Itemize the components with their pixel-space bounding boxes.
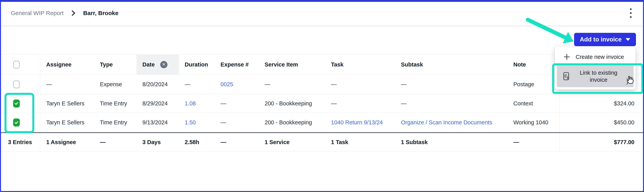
toolbar-band: Add to invoice [1,25,643,54]
header-assignee[interactable]: Assignee [40,54,94,74]
row-checkbox-checked[interactable] [13,119,20,127]
cell-type: Time Entry [94,94,136,113]
clear-date-filter-icon[interactable]: ✕ [160,61,168,68]
footer-duration: 2.58h [179,133,215,151]
header-date[interactable]: Date ✕ [136,54,179,74]
footer-subtask: 1 Subtask [395,133,508,151]
footer-task: 1 Task [325,133,395,151]
invoice-dollar-icon: $ [562,72,570,81]
cell-subtask: — [395,94,508,113]
cell-duration-link[interactable]: 1.50 [179,113,215,132]
svg-text:$: $ [567,76,568,80]
footer-type: — [94,133,136,151]
cell-service: 200 - Bookkeeping [259,94,325,113]
cell-task-link[interactable]: 1040 Return 9/13/24 [325,113,395,132]
menu-item-label: Link to existing invoice [570,69,634,83]
table-row[interactable]: Taryn E Sellers Time Entry 8/29/2024 1.0… [1,94,643,113]
add-to-invoice-dropdown: Create new invoice $ Link to existing in… [555,46,636,90]
header-note[interactable]: Note [508,54,560,74]
breadcrumb: General WIP Report Barr, Brooke [11,10,118,16]
cell-service: — [259,75,325,94]
cell-service: 200 - Bookkeeping [259,113,325,132]
header-duration[interactable]: Duration [179,54,215,74]
footer-note: — [508,133,560,151]
footer-assignee: 1 Assignee [40,133,94,151]
wip-table: Assignee Type Date ✕ Duration Expense # … [1,54,643,152]
add-to-invoice-button[interactable]: Add to invoice [574,33,636,46]
menu-item-link-to-existing-invoice[interactable]: $ Link to existing invoice [557,65,634,87]
breadcrumb-parent[interactable]: General WIP Report [11,10,64,16]
header-select-all [1,54,40,74]
header-service-item[interactable]: Service Item [259,54,325,74]
cell-date: 8/20/2024 [136,75,179,94]
header-subtask[interactable]: Subtask [395,54,508,74]
cell-task: — [325,94,395,113]
cell-subtask: — [395,75,508,94]
cell-duration-link[interactable]: 1.08 [179,94,215,113]
row-checkbox-checked[interactable] [13,100,20,108]
menu-item-label: Create new invoice [576,54,624,60]
header-expense[interactable]: Expense # [215,54,259,74]
cell-amount: $450.00 [560,113,643,132]
cell-expense: — [215,94,259,113]
cell-assignee: Taryn E Sellers [40,94,94,113]
cell-note: Context [508,94,560,113]
cell-task: — [325,75,395,94]
menu-item-create-new-invoice[interactable]: Create new invoice [557,48,634,65]
cell-type: Expense [94,75,136,94]
table-footer-row: 3 Entries 1 Assignee — 3 Days 2.58h — 1 … [1,132,643,152]
cell-note: Postage [508,75,560,94]
kebab-menu-icon[interactable] [629,7,633,19]
cell-date: 8/29/2024 [136,94,179,113]
select-all-checkbox[interactable] [13,61,20,69]
occluded-amount-fragment: ) [626,78,628,85]
add-to-invoice-label: Add to invoice [580,36,622,43]
footer-expense: — [215,133,259,151]
cell-subtask-link[interactable]: Organize / Scan Income Documents [395,113,508,132]
cell-expense-link[interactable]: 0025 [215,75,259,94]
row-checkbox[interactable] [13,80,20,88]
header-task[interactable]: Task [325,54,395,74]
cell-amount: $324.00 [560,94,643,113]
cell-assignee: — [40,75,94,94]
cell-note: Working 1040 [508,113,560,132]
header-type[interactable]: Type [94,54,136,74]
cell-date: 9/13/2024 [136,113,179,132]
table-header-row: Assignee Type Date ✕ Duration Expense # … [1,54,643,75]
caret-down-icon [626,38,630,41]
table-row[interactable]: Taryn E Sellers Time Entry 9/13/2024 1.5… [1,113,643,132]
breadcrumb-current: Barr, Brooke [83,10,118,16]
footer-amount: $777.00 [560,133,643,151]
top-bar: General WIP Report Barr, Brooke [1,1,643,25]
cell-expense: — [215,113,259,132]
footer-service: 1 Service [259,133,325,151]
chevron-right-icon [71,10,76,16]
cell-assignee: Taryn E Sellers [40,113,94,132]
table-row[interactable]: — Expense 8/20/2024 — 0025 — — — Postage [1,75,643,94]
footer-date: 3 Days [136,133,179,151]
footer-entries: 3 Entries [1,133,40,151]
plus-icon [564,54,570,60]
cell-type: Time Entry [94,113,136,132]
cell-duration: — [179,75,215,94]
app-window: General WIP Report Barr, Brooke Add to i… [0,0,644,192]
